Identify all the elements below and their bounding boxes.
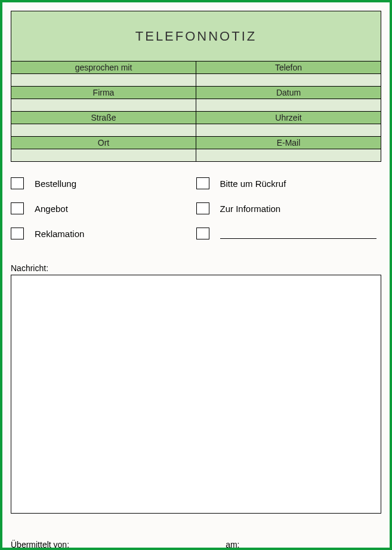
input-strasse[interactable] (11, 124, 196, 137)
checkbox-col-left: Bestellung Angebot Reklamation (11, 177, 196, 253)
label-bestellung: Bestellung (35, 179, 76, 189)
label-information: Zur Information (220, 204, 281, 214)
label-email: E-Mail (196, 137, 381, 149)
info-table: gesprochen mit Telefon Firma Datum Straß… (11, 61, 381, 162)
input-nachricht[interactable] (11, 275, 381, 514)
label-ort: Ort (11, 137, 196, 149)
input-datum[interactable] (196, 99, 381, 112)
label-gesprochen-mit: gesprochen mit (11, 62, 196, 74)
label-am: am: (226, 540, 239, 549)
form-title: TELEFONNOTIZ (135, 29, 257, 44)
checkbox-other[interactable] (196, 228, 209, 239)
form-header: TELEFONNOTIZ (11, 11, 381, 61)
footer-row: Übermittelt von: am: (11, 540, 381, 549)
checkbox-col-right: Bitte um Rückruf Zur Information (196, 177, 382, 253)
checkbox-angebot[interactable] (11, 202, 24, 214)
input-uhrzeit[interactable] (196, 124, 381, 137)
checkbox-bestellung[interactable] (11, 177, 24, 189)
checkbox-reklamation[interactable] (11, 228, 24, 239)
input-email[interactable] (196, 149, 381, 162)
label-firma: Firma (11, 87, 196, 99)
input-gesprochen-mit[interactable] (11, 74, 196, 87)
label-telefon: Telefon (196, 62, 381, 74)
input-telefon[interactable] (196, 74, 381, 87)
input-other-label[interactable] (220, 228, 377, 239)
label-angebot: Angebot (35, 204, 68, 214)
label-reklamation: Reklamation (35, 229, 84, 239)
label-rueckruf: Bitte um Rückruf (220, 179, 286, 189)
label-uhrzeit: Uhrzeit (196, 112, 381, 124)
label-nachricht: Nachricht: (11, 263, 381, 273)
label-datum: Datum (196, 87, 381, 99)
checkbox-section: Bestellung Angebot Reklamation Bitte um … (11, 177, 381, 253)
input-ort[interactable] (11, 149, 196, 162)
label-uebermittelt-von: Übermittelt von: (11, 540, 69, 549)
checkbox-rueckruf[interactable] (196, 177, 209, 189)
telefonnotiz-form: TELEFONNOTIZ gesprochen mit Telefon Firm… (0, 0, 392, 550)
input-firma[interactable] (11, 99, 196, 112)
checkbox-information[interactable] (196, 202, 209, 214)
label-strasse: Straße (11, 112, 196, 124)
